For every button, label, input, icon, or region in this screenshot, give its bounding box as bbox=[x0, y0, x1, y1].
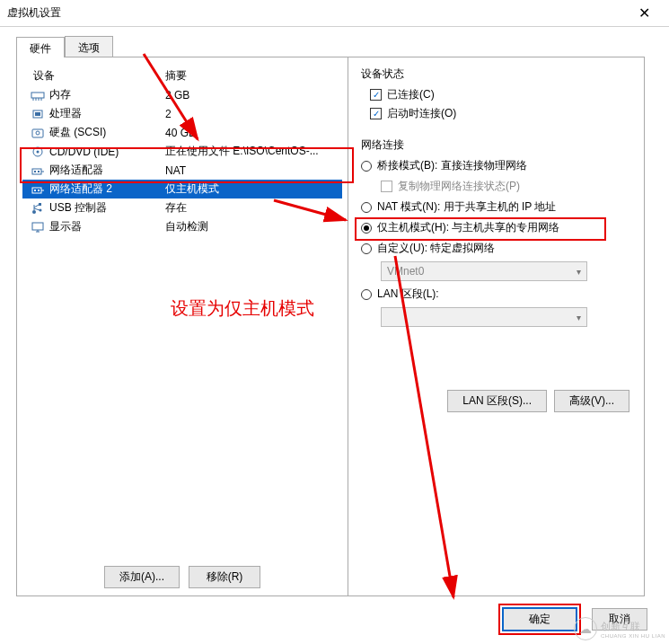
radio-icon bbox=[361, 289, 372, 300]
ok-button[interactable]: 确定 bbox=[502, 607, 577, 631]
svg-point-24 bbox=[40, 208, 42, 211]
hardware-row[interactable]: 处理器 2 bbox=[22, 104, 342, 123]
radio-lanseg-label: LAN 区段(L): bbox=[377, 287, 439, 302]
checkbox-icon: ✓ bbox=[370, 108, 382, 119]
radio-nat-label: NAT 模式(N): 用于共享主机的 IP 地址 bbox=[377, 199, 556, 215]
hardware-row[interactable]: USB 控制器 存在 bbox=[22, 198, 342, 217]
device-summary: 2 bbox=[165, 108, 339, 120]
device-name: USB 控制器 bbox=[49, 200, 107, 216]
connected-checkbox[interactable]: ✓ 已连接(C) bbox=[370, 87, 631, 102]
tab-hardware[interactable]: 硬件 bbox=[16, 37, 65, 57]
device-summary: 40 GB bbox=[165, 127, 339, 139]
lanseg-dropdown: ▾ bbox=[381, 307, 587, 327]
svg-rect-15 bbox=[32, 188, 41, 193]
svg-line-22 bbox=[34, 208, 40, 210]
device-summary: 存在 bbox=[165, 200, 339, 216]
device-summary: 正在使用文件 E:\ISO\CentOS-... bbox=[165, 144, 339, 159]
svg-rect-12 bbox=[34, 171, 36, 172]
display-icon bbox=[30, 221, 46, 234]
connect-on-start-label: 启动时连接(O) bbox=[387, 106, 456, 121]
hardware-row[interactable]: 硬盘 (SCSI) 40 GB bbox=[22, 123, 342, 142]
device-status-group: 设备状态 ✓ 已连接(C) ✓ 启动时连接(O) bbox=[361, 66, 631, 125]
device-name: 硬盘 (SCSI) bbox=[49, 125, 106, 140]
device-name: 处理器 bbox=[49, 106, 82, 121]
watermark-text: 创新互联 bbox=[601, 620, 665, 633]
radio-hostonly[interactable]: 仅主机模式(H): 与主机共享的专用网络 bbox=[361, 220, 631, 235]
svg-rect-0 bbox=[31, 93, 44, 98]
hardware-row[interactable]: 显示器 自动检测 bbox=[22, 217, 342, 236]
radio-icon bbox=[361, 223, 372, 234]
hardware-row[interactable]: CD/DVD (IDE) 正在使用文件 E:\ISO\CentOS-... bbox=[22, 142, 342, 161]
remove-button[interactable]: 移除(R) bbox=[189, 566, 260, 588]
ok-button-highlight: 确定 bbox=[498, 604, 581, 635]
svg-rect-23 bbox=[39, 203, 41, 206]
checkbox-icon bbox=[381, 181, 392, 192]
svg-rect-6 bbox=[35, 112, 40, 116]
advanced-button[interactable]: 高级(V)... bbox=[554, 390, 629, 412]
net-icon bbox=[30, 164, 46, 177]
hardware-row[interactable]: 网络适配器 NAT bbox=[22, 161, 342, 180]
replicate-label: 复制物理网络连接状态(P) bbox=[398, 179, 520, 194]
chevron-down-icon: ▾ bbox=[577, 313, 581, 322]
connected-label: 已连接(C) bbox=[387, 87, 435, 102]
device-name: CD/DVD (IDE) bbox=[49, 146, 119, 158]
device-summary: NAT bbox=[165, 164, 339, 177]
svg-rect-16 bbox=[34, 190, 36, 191]
svg-point-10 bbox=[37, 150, 40, 153]
net-icon bbox=[30, 183, 46, 196]
watermark-sub: CHUANG XIN HU LIAN bbox=[601, 633, 665, 639]
radio-bridged[interactable]: 桥接模式(B): 直接连接物理网络 bbox=[361, 158, 631, 173]
window-title: 虚拟机设置 bbox=[7, 5, 626, 21]
add-button[interactable]: 添加(A)... bbox=[104, 566, 180, 588]
hardware-row[interactable]: 内存 2 GB bbox=[22, 85, 342, 104]
checkbox-icon: ✓ bbox=[370, 89, 382, 101]
svg-rect-17 bbox=[38, 190, 40, 191]
usb-icon bbox=[30, 202, 46, 215]
device-summary: 自动检测 bbox=[165, 219, 339, 234]
vmnet-value: VMnet0 bbox=[387, 265, 424, 278]
radio-custom[interactable]: 自定义(U): 特定虚拟网络 bbox=[361, 241, 631, 256]
svg-rect-13 bbox=[38, 171, 40, 172]
cd-icon bbox=[30, 146, 46, 158]
titlebar: 虚拟机设置 ✕ bbox=[0, 0, 669, 27]
device-summary: 2 GB bbox=[165, 89, 339, 101]
network-connection-group: 网络连接 桥接模式(B): 直接连接物理网络 复制物理网络连接状态(P) NAT… bbox=[361, 137, 631, 332]
cpu-icon bbox=[30, 108, 46, 120]
close-icon[interactable]: ✕ bbox=[626, 4, 662, 22]
col-summary: 摘要 bbox=[165, 68, 339, 84]
network-legend: 网络连接 bbox=[361, 137, 631, 153]
chevron-down-icon: ▾ bbox=[577, 267, 581, 277]
device-name: 网络适配器 2 bbox=[49, 181, 112, 197]
device-name: 网络适配器 bbox=[49, 163, 103, 178]
svg-point-19 bbox=[32, 210, 36, 214]
tab-bar: 硬件 选项 bbox=[16, 36, 645, 57]
radio-icon bbox=[361, 243, 372, 254]
svg-rect-25 bbox=[32, 223, 43, 230]
vmnet-dropdown: VMnet0 ▾ bbox=[381, 261, 587, 281]
hardware-list-header: 设备 摘要 bbox=[22, 66, 342, 85]
settings-pane: 设备状态 ✓ 已连接(C) ✓ 启动时连接(O) 网络连接 桥接模式(B): 直… bbox=[348, 57, 645, 596]
tab-options[interactable]: 选项 bbox=[65, 36, 113, 57]
watermark: ☁ 创新互联 CHUANG XIN HU LIAN bbox=[574, 617, 665, 640]
radio-icon bbox=[361, 202, 372, 213]
disk-icon bbox=[30, 127, 46, 139]
radio-bridged-label: 桥接模式(B): 直接连接物理网络 bbox=[377, 158, 527, 173]
device-status-legend: 设备状态 bbox=[361, 66, 631, 82]
svg-rect-7 bbox=[32, 129, 43, 137]
hardware-row[interactable]: 网络适配器 2 仅主机模式 bbox=[22, 180, 342, 198]
radio-nat[interactable]: NAT 模式(N): 用于共享主机的 IP 地址 bbox=[361, 199, 631, 215]
svg-point-8 bbox=[36, 131, 40, 135]
radio-custom-label: 自定义(U): 特定虚拟网络 bbox=[377, 241, 495, 256]
lan-segments-button[interactable]: LAN 区段(S)... bbox=[447, 390, 547, 412]
col-device: 设备 bbox=[26, 68, 165, 84]
radio-icon bbox=[361, 161, 372, 172]
connect-on-start-checkbox[interactable]: ✓ 启动时连接(O) bbox=[370, 106, 631, 121]
hardware-list-pane: 设备 摘要 内存 2 GB 处理器 2 硬盘 (SCSI) 40 GB CD/D… bbox=[16, 57, 348, 596]
radio-lanseg[interactable]: LAN 区段(L): bbox=[361, 287, 631, 302]
device-name: 内存 bbox=[49, 87, 71, 102]
replicate-checkbox: 复制物理网络连接状态(P) bbox=[381, 179, 631, 194]
device-summary: 仅主机模式 bbox=[165, 181, 339, 197]
svg-rect-11 bbox=[32, 169, 41, 174]
radio-hostonly-label: 仅主机模式(H): 与主机共享的专用网络 bbox=[377, 220, 559, 235]
watermark-logo-icon: ☁ bbox=[574, 617, 597, 640]
